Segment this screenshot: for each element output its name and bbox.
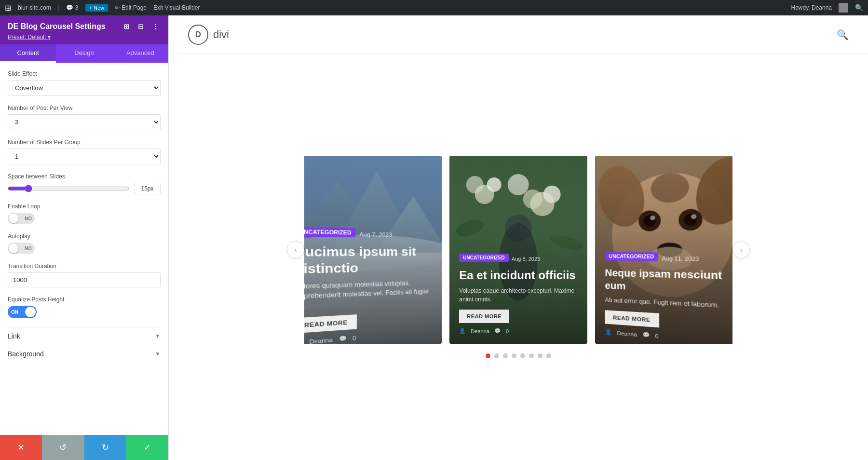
tab-advanced[interactable]: Advanced	[112, 44, 168, 63]
link-section[interactable]: Link ▼	[8, 327, 161, 345]
carousel-dot-7[interactable]	[538, 353, 542, 358]
carousel-next-button[interactable]: ›	[732, 241, 750, 258]
divi-header: D divi 🔍	[169, 15, 868, 54]
space-between-slider-row: 15px	[8, 183, 161, 194]
slide-excerpt-2: Voluptas eaque architecto excepturi. Max…	[459, 286, 577, 304]
space-between-slider[interactable]	[8, 185, 129, 192]
space-between-label: Space between Slides	[8, 173, 161, 180]
slide-category-1: UNCATEGORIZED	[304, 227, 356, 237]
comment-count-1: 0	[353, 335, 356, 341]
slide-author-row-3: 👤 Deanna 💬 0	[605, 329, 732, 344]
posts-per-view-select[interactable]: 1 2 3 4 5	[8, 114, 161, 130]
autoplay-field: Autoplay NO	[8, 233, 161, 254]
wp-logo-icon[interactable]: ⊞	[5, 3, 11, 13]
carousel-dots	[486, 353, 551, 358]
author-name-3: Deanna	[617, 330, 637, 338]
tab-content[interactable]: Content	[0, 44, 56, 63]
slide-excerpt-3: Ab aut error quo. Fugit rem et laborum.	[605, 296, 732, 311]
settings-view-icon[interactable]: ⊞	[121, 21, 132, 32]
autoplay-toggle-label: NO	[25, 246, 32, 251]
slide-excerpt-1: Dolores quisquam molestias voluptas. Rep…	[304, 278, 432, 311]
divi-search-icon[interactable]: 🔍	[837, 29, 849, 41]
redo-button[interactable]: ↻	[84, 435, 126, 460]
slide-card-1[interactable]: UNCATEGORIZED Aug 7, 2023 Ducimus ipsum …	[304, 156, 442, 344]
slide-author-row-2: 👤 Deanna 💬 0	[459, 328, 577, 334]
eq-toggle-label: ON	[11, 310, 18, 315]
site-name-link[interactable]: blur-site.com	[18, 4, 51, 11]
carousel-prev-button[interactable]: ‹	[287, 241, 304, 258]
comment-count-2: 0	[506, 328, 509, 334]
slide-category-3: UNCATEGORIZED	[605, 252, 658, 261]
carousel-dot-4[interactable]	[512, 353, 516, 358]
link-chevron-icon: ▼	[155, 333, 161, 339]
autoplay-toggle-knob	[9, 244, 18, 253]
read-more-button-1[interactable]: READ MORE	[304, 314, 357, 333]
slide-card-3[interactable]: UNCATEGORIZED Aug 11, 2023 Neque ipsam n…	[595, 156, 732, 344]
tab-design[interactable]: Design	[56, 44, 112, 63]
background-section[interactable]: Background ▼	[8, 345, 161, 363]
carousel-dot-5[interactable]	[520, 353, 525, 358]
cancel-button[interactable]: ✕	[0, 435, 42, 460]
carousel-dot-8[interactable]	[546, 353, 551, 358]
enable-loop-field: Enable Loop NO	[8, 203, 161, 224]
author-name-1: Deanna	[309, 337, 333, 344]
bar-separator-1: |	[58, 4, 59, 11]
user-avatar	[839, 3, 848, 13]
author-name-2: Deanna	[471, 328, 489, 334]
posts-per-view-field: Number of Post Per View 1 2 3 4 5	[8, 105, 161, 130]
carousel-dot-2[interactable]	[494, 353, 499, 358]
slide-effect-field: Slide Effect Coverflow Slide Fade Flip	[8, 70, 161, 96]
undo-button[interactable]: ↺	[42, 435, 84, 460]
wp-admin-bar: ⊞ blur-site.com | 💬 3 + New ✏ Edit Page …	[0, 0, 868, 15]
slide-content-1: UNCATEGORIZED Aug 7, 2023 Ducimus ipsum …	[304, 156, 442, 344]
wp-search-icon[interactable]: 🔍	[855, 4, 863, 12]
eq-toggle-knob	[25, 307, 36, 317]
exit-builder-link[interactable]: Exit Visual Builder	[153, 4, 200, 11]
panel-columns-icon[interactable]: ⊟	[136, 21, 146, 32]
preset-selector[interactable]: Preset: Default ▾	[8, 34, 161, 41]
comment-count-3: 0	[655, 333, 658, 339]
panel-tabs: Content Design Advanced	[0, 44, 168, 63]
read-more-button-3[interactable]: READ MORE	[605, 310, 659, 327]
slide-date-2: Aug 8, 2023	[512, 256, 540, 262]
carousel-wrapper: ‹	[287, 156, 750, 344]
toggle-knob	[9, 214, 18, 223]
edit-page-link[interactable]: ✏ Edit Page	[115, 4, 147, 11]
panel-body: Slide Effect Coverflow Slide Fade Flip N…	[0, 63, 168, 435]
panel-more-icon[interactable]: ⋮	[150, 21, 161, 32]
carousel-dot-3[interactable]	[503, 353, 508, 358]
slide-meta-row-3: UNCATEGORIZED Aug 11, 2023	[605, 252, 732, 265]
new-button[interactable]: + New	[85, 4, 108, 12]
comment-icon-2: 💬	[494, 328, 501, 334]
equalize-height-toggle[interactable]: ON	[8, 306, 37, 318]
main-layout: DE Blog Carousel Settings ⊞ ⊟ ⋮ Preset: …	[0, 15, 868, 460]
toggle-label: NO	[25, 216, 32, 221]
panel-title-icons: ⊞ ⊟ ⋮	[121, 21, 161, 32]
link-section-label: Link	[8, 332, 20, 340]
save-button[interactable]: ✓	[126, 435, 168, 460]
comments-link[interactable]: 💬 3	[66, 4, 79, 11]
slide-effect-select[interactable]: Coverflow Slide Fade Flip	[8, 80, 161, 96]
enable-loop-toggle[interactable]: NO	[8, 213, 35, 224]
comment-icon-1: 💬	[339, 335, 347, 343]
transition-duration-input[interactable]	[8, 272, 161, 287]
carousel-dot-1[interactable]	[486, 353, 490, 358]
author-icon-3: 👤	[605, 329, 612, 336]
enable-loop-toggle-row: NO	[8, 213, 161, 224]
autoplay-toggle-row: NO	[8, 243, 161, 254]
slide-meta-row-2: UNCATEGORIZED Aug 8, 2023	[459, 254, 577, 265]
autoplay-toggle[interactable]: NO	[8, 243, 35, 254]
transition-duration-field: Transition Duration	[8, 263, 161, 287]
space-between-value: 15px	[134, 183, 161, 194]
carousel-dot-6[interactable]	[529, 353, 534, 358]
slides-per-group-field: Number of Slides Per Group 1 2 3 4	[8, 139, 161, 164]
slide-content-2: UNCATEGORIZED Aug 8, 2023 Ea et incidunt…	[449, 156, 587, 344]
read-more-button-2[interactable]: READ MORE	[459, 310, 509, 323]
divi-logo: D divi	[188, 25, 229, 45]
slides-per-group-select[interactable]: 1 2 3 4	[8, 149, 161, 164]
equalize-height-label: Equalize Posts Height	[8, 296, 161, 303]
slide-card-2[interactable]: UNCATEGORIZED Aug 8, 2023 Ea et incidunt…	[449, 156, 587, 344]
carousel-slides: UNCATEGORIZED Aug 7, 2023 Ducimus ipsum …	[304, 156, 732, 344]
canvas-area: D divi 🔍 ‹	[169, 15, 868, 460]
panel-title: DE Blog Carousel Settings ⊞ ⊟ ⋮	[8, 21, 161, 32]
